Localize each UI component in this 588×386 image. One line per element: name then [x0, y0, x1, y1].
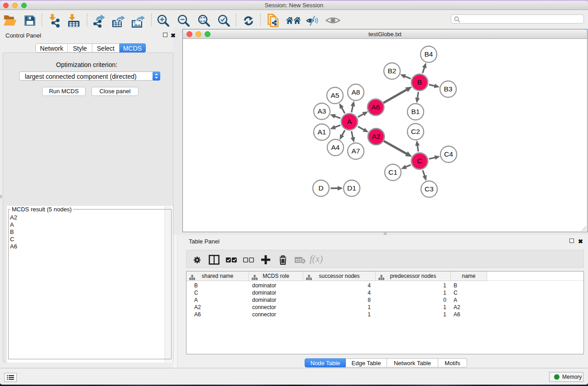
svg-text:A3: A3	[318, 107, 326, 115]
svg-text:B: B	[417, 78, 422, 86]
svg-text:C4: C4	[444, 150, 453, 158]
svg-text:A: A	[347, 118, 352, 125]
svg-text:D1: D1	[347, 184, 356, 192]
svg-text:C: C	[417, 157, 422, 165]
svg-text:B3: B3	[444, 85, 453, 93]
svg-text:A2: A2	[372, 133, 381, 140]
svg-text:A5: A5	[331, 91, 339, 99]
svg-text:A4: A4	[331, 143, 340, 151]
svg-text:A8: A8	[352, 88, 360, 96]
svg-text:C1: C1	[388, 168, 397, 176]
svg-text:B2: B2	[388, 67, 397, 75]
svg-text:A1: A1	[318, 128, 326, 136]
svg-text:A6: A6	[372, 103, 380, 111]
svg-text:B1: B1	[411, 108, 420, 115]
svg-text:A7: A7	[352, 147, 360, 155]
svg-text:C3: C3	[425, 185, 434, 193]
svg-text:D: D	[318, 184, 323, 192]
svg-text:C2: C2	[411, 128, 420, 135]
svg-text:B4: B4	[425, 50, 433, 58]
